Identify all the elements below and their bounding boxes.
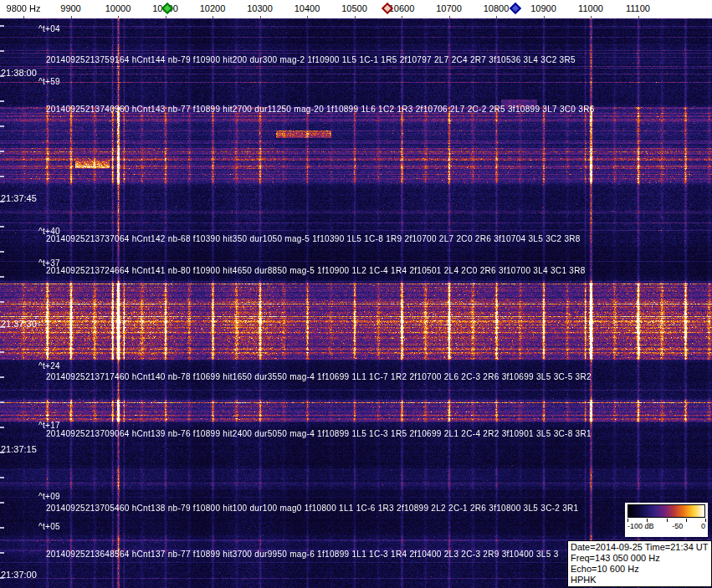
colorbar-mid-label: -50 <box>672 522 683 531</box>
colorbar-tick <box>667 519 668 522</box>
event-detail-text: 20140925213717460 hCnt140 nb-78 f10699 h… <box>46 372 592 381</box>
event-time-label: ^t+59 <box>38 77 60 86</box>
time-minor-tick <box>0 276 4 278</box>
freq-tick-mark <box>402 16 402 18</box>
freq-tick-label: 10300 <box>247 3 273 13</box>
event-time-label: ^t+09 <box>38 492 60 501</box>
freq-tick-label: 10000 <box>105 3 131 13</box>
event-time-label: ^t+24 <box>38 361 60 371</box>
freq-tick-mark <box>591 16 592 18</box>
freq-tick-mark <box>213 16 213 18</box>
time-minor-tick <box>0 351 4 353</box>
time-axis-label: 21:37:00 <box>1 570 37 580</box>
time-minor-tick <box>0 50 4 52</box>
info-freq-line: Freq=143 050 000 Hz <box>571 553 709 564</box>
time-minor-tick <box>0 176 4 177</box>
time-axis-label: 21:37:15 <box>1 444 37 454</box>
spectrogram-area: -100 dB -50 0 Date=2014-09-25 Time=21:34… <box>0 18 712 588</box>
time-minor-tick <box>0 75 4 77</box>
freq-tick-label: 11000 <box>578 3 603 13</box>
info-station-line: HPHK <box>571 575 709 585</box>
event-time-label: ^t+04 <box>38 24 60 33</box>
time-minor-tick <box>0 376 4 378</box>
event-detail-text: 20140925213759164 hCnt144 nb-79 f10900 h… <box>46 55 576 64</box>
time-minor-tick <box>0 326 4 328</box>
time-axis-label: 21:37:30 <box>1 319 37 329</box>
time-axis-label: 21:38:00 <box>1 68 37 78</box>
info-box: Date=2014-09-25 Time=21:34 UTC Freq=143 … <box>567 540 712 587</box>
freq-tick-mark <box>449 16 450 18</box>
colorbar-ticks <box>627 519 705 522</box>
meteor-spectrogram-app: 9800 Hz990010000101001020010300104001050… <box>0 0 712 588</box>
freq-tick-label: 10900 <box>530 3 556 13</box>
freq-tick-mark <box>166 16 166 18</box>
time-minor-tick <box>0 527 4 529</box>
freq-tick-label: 10700 <box>436 3 462 13</box>
event-detail-text: 20140925213737064 hCnt142 nb-68 f10390 h… <box>46 234 581 243</box>
freq-tick-mark <box>307 16 308 18</box>
time-minor-tick <box>0 151 4 152</box>
time-minor-tick <box>0 25 4 27</box>
colorbar-tick <box>686 519 687 522</box>
freq-tick-label: 10200 <box>200 3 226 13</box>
time-minor-tick <box>0 502 4 504</box>
time-minor-tick <box>0 452 4 453</box>
time-minor-tick <box>0 226 4 228</box>
time-minor-tick <box>0 401 4 403</box>
freq-tick-mark <box>496 16 497 18</box>
time-minor-tick <box>0 100 4 102</box>
event-detail-text: 20140925213709064 hCnt139 nb-76 f10899 h… <box>46 429 592 438</box>
colorbar-gradient <box>627 504 705 518</box>
colorbar-tick <box>705 519 706 522</box>
blue-diamond-marker[interactable] <box>510 3 521 14</box>
time-minor-tick <box>0 301 4 303</box>
freq-tick-label: 10800 <box>484 3 510 13</box>
colorbar: -100 dB -50 0 <box>625 503 708 537</box>
freq-tick-label: 9900 <box>60 3 80 13</box>
time-minor-tick <box>0 577 4 579</box>
freq-tick-label: 9800 Hz <box>7 3 41 13</box>
event-detail-text: 20140925213648564 hCnt137 nb-77 f10899 h… <box>46 550 559 559</box>
event-detail-text: 20140925213705460 hCnt138 nb-79 f10800 h… <box>46 504 578 513</box>
time-minor-tick <box>0 427 4 428</box>
freq-tick-mark <box>71 16 72 18</box>
colorbar-tick <box>627 519 628 522</box>
time-minor-tick <box>0 552 4 554</box>
colorbar-tick <box>647 519 648 522</box>
freq-tick-mark <box>544 16 545 18</box>
freq-tick-label: 10500 <box>341 3 367 13</box>
info-date-line: Date=2014-09-25 Time=21:34 UTC <box>571 542 709 553</box>
freq-tick-mark <box>260 16 261 18</box>
freq-tick-mark <box>23 16 24 18</box>
event-detail-text: 20140925213740960 hCnt143 nb-77 f10899 h… <box>46 105 595 114</box>
colorbar-max-label: 0 <box>701 522 705 531</box>
colorbar-min-label: -100 dB <box>627 522 654 531</box>
freq-tick-mark <box>355 16 356 18</box>
time-minor-tick <box>0 477 4 478</box>
time-minor-tick <box>0 201 4 202</box>
event-time-label: ^t+05 <box>38 522 60 531</box>
freq-tick-label: 10400 <box>295 3 320 13</box>
time-axis-label: 21:37:45 <box>1 193 37 203</box>
freq-tick-mark <box>638 16 639 18</box>
freq-tick-label: 11100 <box>626 3 650 13</box>
time-minor-tick <box>0 251 4 253</box>
time-minor-tick <box>0 125 4 127</box>
colorbar-labels: -100 dB -50 0 <box>627 522 705 531</box>
info-echo-line: Echo=10 600 Hz <box>571 564 709 575</box>
freq-tick-mark <box>118 16 119 18</box>
frequency-axis: 9800 Hz990010000101001020010300104001050… <box>0 0 712 18</box>
event-detail-text: 20140925213724664 hCnt141 nb-80 f10900 h… <box>46 266 586 275</box>
